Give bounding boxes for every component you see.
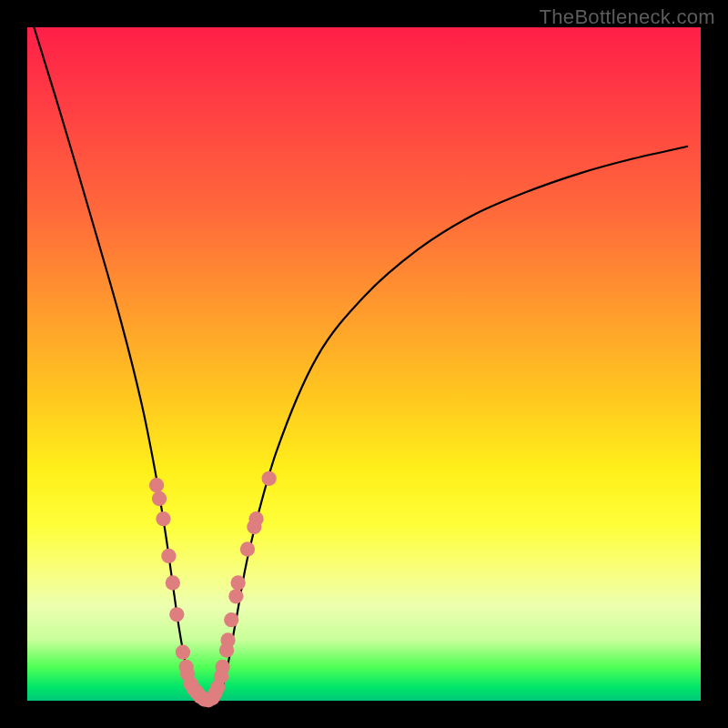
watermark-text: TheBottleneck.com [540, 5, 715, 29]
curve-dot [248, 511, 263, 526]
curve-dot [169, 607, 184, 622]
curve-dot [166, 575, 180, 590]
curve-dot [228, 589, 243, 603]
bottleneck-curve [34, 27, 687, 701]
curve-dot [230, 575, 245, 590]
curve-dot [220, 632, 235, 647]
plot-area [27, 27, 701, 701]
curve-dot [161, 549, 176, 563]
curve-dot [215, 660, 229, 674]
curve-dot [176, 645, 190, 660]
curve-dot [262, 471, 277, 486]
chart-frame: TheBottleneck.com [0, 0, 728, 728]
curve-dot [152, 491, 167, 506]
curve-dot [240, 541, 255, 556]
curve-dot [224, 612, 238, 627]
chart-svg [27, 27, 701, 701]
curve-dot [156, 511, 170, 526]
curve-dots [149, 471, 277, 708]
curve-dot [149, 478, 164, 492]
